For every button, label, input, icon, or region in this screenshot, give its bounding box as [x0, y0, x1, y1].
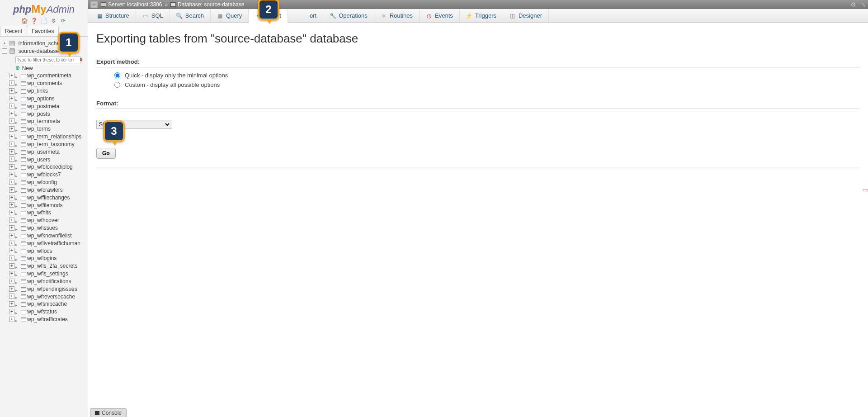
expand-icon[interactable]: + — [9, 233, 14, 238]
table-node[interactable]: +wp_options — [8, 95, 88, 102]
tab-import[interactable]: ort — [288, 9, 323, 22]
db-label[interactable]: source-database — [19, 48, 59, 54]
table-node[interactable]: +wp_term_taxonomy — [8, 140, 88, 148]
table-label[interactable]: wp_postmeta — [27, 103, 59, 109]
table-label[interactable]: wp_links — [27, 88, 48, 94]
expand-icon[interactable]: + — [9, 286, 14, 292]
radio-quick[interactable] — [114, 72, 120, 78]
expand-icon[interactable]: + — [9, 195, 14, 200]
table-label[interactable]: wp_comments — [27, 80, 62, 86]
table-node[interactable]: +wp_postmeta — [8, 102, 88, 110]
new-label[interactable]: New — [22, 65, 33, 71]
table-label[interactable]: wp_wftrafficrates — [27, 316, 68, 322]
tab-search[interactable]: 🔍Search — [170, 9, 211, 22]
expand-icon[interactable]: + — [9, 225, 14, 231]
table-node[interactable]: +wp_wfpendingissues — [8, 285, 88, 293]
bookmark-icon[interactable]: ▭ — [863, 186, 868, 193]
tab-recent[interactable]: Recent — [0, 26, 27, 36]
expand-icon[interactable]: + — [9, 271, 14, 276]
nav-back-button[interactable]: ← — [90, 1, 98, 8]
table-label[interactable]: wp_term_relationships — [27, 133, 81, 140]
table-filter-input[interactable] — [15, 57, 81, 63]
expand-icon[interactable]: + — [9, 241, 14, 246]
table-label[interactable]: wp_wffilechanges — [27, 194, 70, 201]
expand-icon[interactable]: + — [9, 156, 14, 162]
table-node[interactable]: +wp_wftrafficrates — [8, 315, 88, 323]
table-node[interactable]: +wp_usermeta — [8, 148, 88, 156]
tab-designer[interactable]: ◫Designer — [503, 9, 549, 22]
table-label[interactable]: wp_wfknownfilelist — [27, 232, 72, 239]
table-label[interactable]: wp_options — [27, 95, 55, 102]
table-label[interactable]: wp_wfstatus — [27, 308, 57, 315]
tab-triggers[interactable]: ⚡Triggers — [460, 9, 503, 22]
breadcrumb-database[interactable]: Database: source-database — [178, 1, 244, 8]
expand-icon[interactable]: + — [9, 118, 14, 124]
expand-icon[interactable]: + — [9, 134, 14, 139]
expand-icon[interactable]: + — [9, 88, 14, 94]
radio-quick-label[interactable]: Quick - display only the minimal options — [125, 72, 228, 79]
table-node[interactable]: +wp_posts — [8, 110, 88, 118]
expand-icon[interactable]: + — [9, 218, 14, 223]
table-label[interactable]: wp_usermeta — [27, 149, 60, 155]
table-label[interactable]: wp_wfhoover — [27, 217, 59, 223]
table-node[interactable]: +wp_wfissues — [8, 224, 88, 232]
table-label[interactable]: wp_terms — [27, 126, 51, 132]
table-node[interactable]: +wp_wflogins — [8, 254, 88, 262]
table-node[interactable]: +wp_termmeta — [8, 117, 88, 125]
new-table-node[interactable]: ⊕ New — [8, 64, 88, 72]
table-node[interactable]: +wp_wfcrawlers — [8, 186, 88, 194]
tab-query[interactable]: ▦Query — [211, 9, 249, 22]
table-label[interactable]: wp_wfhits — [27, 209, 51, 216]
gear-icon[interactable]: ⚙ — [850, 1, 856, 8]
console-toggle[interactable]: Console — [90, 408, 127, 417]
table-node[interactable]: +wp_commentmeta — [8, 71, 88, 79]
help-icon[interactable]: ❓ — [31, 18, 37, 24]
expand-icon[interactable]: + — [9, 142, 14, 147]
table-node[interactable]: +wp_term_relationships — [8, 133, 88, 140]
expand-icon[interactable]: + — [9, 73, 14, 78]
table-node[interactable]: +wp_wfls_settings — [8, 270, 88, 277]
expand-icon[interactable]: + — [9, 279, 14, 284]
expand-icon[interactable]: + — [9, 81, 14, 86]
expand-icon[interactable]: + — [9, 210, 14, 215]
tab-sql[interactable]: ▭SQL — [136, 9, 170, 22]
table-label[interactable]: wp_posts — [27, 110, 50, 117]
expand-icon[interactable]: + — [9, 96, 14, 101]
table-label[interactable]: wp_wfconfig — [27, 179, 57, 185]
collapse-icon[interactable]: ⤡ — [861, 1, 866, 8]
phpmyadmin-logo[interactable]: phpMyAdmin — [0, 0, 88, 16]
table-label[interactable]: wp_wfreversecache — [27, 293, 75, 299]
table-node[interactable]: +wp_wfknownfilelist — [8, 232, 88, 239]
table-label[interactable]: wp_users — [27, 156, 50, 162]
expand-icon[interactable]: + — [9, 187, 14, 193]
table-label[interactable]: wp_wfcrawlers — [27, 187, 63, 193]
table-node[interactable]: +wp_links — [8, 87, 88, 95]
expand-icon[interactable]: + — [9, 164, 14, 170]
expand-icon[interactable]: + — [9, 294, 14, 299]
collapse-icon[interactable]: − — [2, 48, 7, 54]
tab-routines[interactable]: ⚛Routines — [374, 9, 420, 22]
expand-icon[interactable]: + — [9, 309, 14, 314]
expand-icon[interactable]: + — [9, 111, 14, 116]
table-label[interactable]: wp_wfblockediplog — [27, 164, 73, 170]
table-label[interactable]: wp_wflocs — [27, 247, 52, 254]
table-node[interactable]: +wp_wfls_2fa_secrets — [8, 262, 88, 270]
go-button[interactable]: Go — [96, 148, 116, 159]
table-label[interactable]: wp_wflivetraffichuman — [27, 240, 80, 246]
expand-icon[interactable]: + — [2, 41, 7, 46]
table-label[interactable]: wp_term_taxonomy — [27, 141, 75, 147]
table-label[interactable]: wp_wfissues — [27, 225, 58, 231]
expand-icon[interactable]: + — [9, 126, 14, 132]
table-label[interactable]: wp_wfls_2fa_secrets — [27, 263, 77, 269]
expand-icon[interactable]: + — [9, 172, 14, 177]
table-label[interactable]: wp_wffilemods — [27, 202, 62, 208]
table-label[interactable]: wp_wfnotifications — [27, 278, 71, 284]
tab-structure[interactable]: ▦Structure — [90, 9, 136, 22]
table-node[interactable]: +wp_wffilechanges — [8, 194, 88, 201]
table-node[interactable]: +wp_comments — [8, 79, 88, 87]
expand-icon[interactable]: + — [9, 256, 14, 261]
expand-icon[interactable]: + — [9, 317, 14, 322]
table-label[interactable]: wp_commentmeta — [27, 72, 71, 79]
tab-events[interactable]: ◷Events — [420, 9, 460, 22]
breadcrumb-server[interactable]: Server: localhost:3306 — [108, 1, 162, 8]
